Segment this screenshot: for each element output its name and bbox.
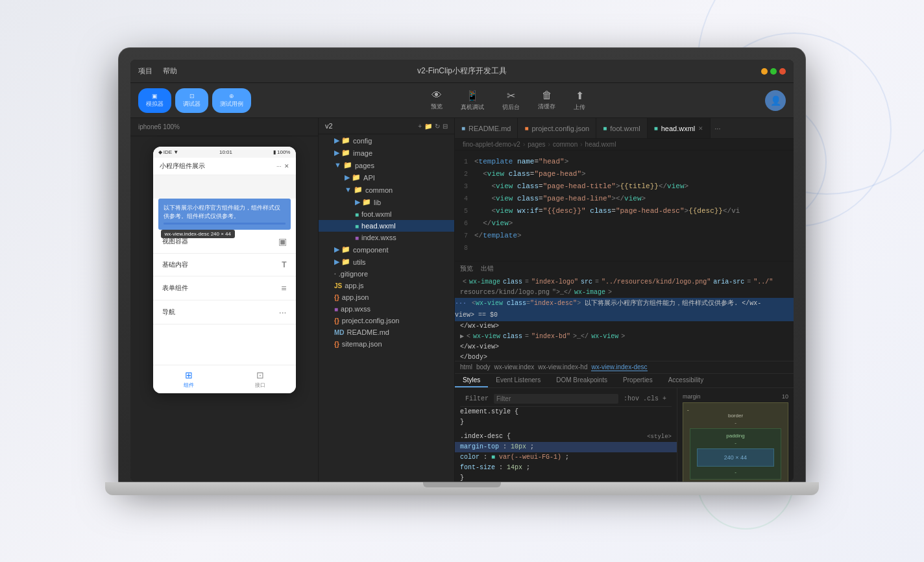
phone-close-icon[interactable]: ✕: [284, 163, 289, 169]
file-icon: ■: [334, 306, 338, 313]
file-icon: {}: [334, 341, 339, 348]
cut-tool[interactable]: ✂ 切后台: [497, 87, 525, 114]
preview-tool[interactable]: 👁 预览: [426, 87, 448, 114]
title-bar-menu: 项目 帮助: [138, 66, 177, 76]
file-icon: ·: [334, 271, 336, 278]
realtest-tool[interactable]: 📱 真机调试: [456, 87, 489, 114]
devtools-tab-error[interactable]: 出错: [481, 264, 494, 275]
interface-label: 接口: [255, 382, 265, 389]
tree-item-component[interactable]: ▶ 📁 component: [319, 243, 454, 256]
tab-headwxml[interactable]: ■ head.wxml ✕: [648, 118, 711, 139]
tree-action-new-file[interactable]: +: [418, 123, 422, 130]
close-button[interactable]: [779, 68, 786, 75]
tree-item-index-wxss[interactable]: ■ index.wxss: [319, 232, 454, 243]
menu-item-nav[interactable]: 导航 ···: [153, 300, 296, 324]
menu-item-form[interactable]: 表单组件 ≡: [153, 276, 296, 300]
tree-item-readme[interactable]: MD README.md: [319, 326, 454, 338]
tree-item-appjson[interactable]: {} app.json: [319, 291, 454, 303]
tree-item-head-wxml[interactable]: ■ head.wxml: [319, 220, 454, 232]
menu-item-basic[interactable]: 基础内容 T: [153, 254, 296, 276]
tab-close-icon[interactable]: ✕: [698, 125, 703, 132]
phone-mockup: ◆ IDE ▼ 10:01 ▮ 100% 小程序组件展示 ··· ✕: [153, 147, 296, 393]
tab-icon-wxml: ■: [603, 125, 607, 132]
tab-projectconfig[interactable]: ■ project.config.json: [518, 118, 596, 139]
dt-crumb-body[interactable]: body: [476, 363, 491, 371]
tree-label: project.config.json: [342, 317, 400, 324]
breadcrumb-sep-2: ›: [548, 141, 550, 148]
toolbar: ▣ 模拟器 ⊡ 调试器 ⊕ 测试用例: [130, 83, 794, 118]
footer-item-interface[interactable]: ⊡ 接口: [225, 365, 296, 393]
breadcrumb-item-pages[interactable]: pages: [528, 141, 545, 148]
tree-item-projectconfig[interactable]: {} project.config.json: [319, 315, 454, 326]
tab-more-button[interactable]: ···: [711, 125, 724, 132]
debug-icon: ⊡: [189, 93, 195, 99]
code-line-4: 4 <view class="page-head-line"></view>: [455, 193, 794, 205]
menu-item-help[interactable]: 帮助: [163, 66, 177, 76]
tree-item-appwxss[interactable]: ■ app.wxss: [319, 303, 454, 315]
dt-crumb-index[interactable]: wx-view.index: [494, 363, 535, 371]
devtools-tab-styles[interactable]: Styles: [455, 374, 488, 387]
devtools-tab-dom[interactable]: DOM Breakpoints: [548, 374, 615, 387]
tree-item-common[interactable]: ▼ 📁 common: [319, 184, 454, 196]
window-controls: [761, 68, 786, 75]
menu-label-form: 表单组件: [162, 284, 188, 293]
breadcrumb-item-file[interactable]: head.wxml: [585, 141, 616, 148]
ide-container: 项目 帮助 v2-FinClip小程序开发工具 ▣: [130, 60, 794, 482]
tree-action-refresh[interactable]: ↻: [435, 123, 440, 130]
tree-item-api[interactable]: ▶ 📁 API: [319, 171, 454, 184]
tree-label: app.wxss: [341, 305, 371, 313]
menu-label-nav: 导航: [162, 308, 175, 317]
upload-tool[interactable]: ⬆ 上传: [568, 87, 590, 114]
minimize-button[interactable]: [761, 68, 768, 75]
test-button[interactable]: ⊕ 测试用例: [212, 88, 251, 113]
breadcrumb-item-root[interactable]: fino-applet-demo-v2: [463, 141, 520, 148]
laptop-screen: 项目 帮助 v2-FinClip小程序开发工具 ▣: [130, 60, 794, 482]
dt-crumb-desc[interactable]: wx-view.index-desc: [591, 363, 647, 371]
devtools-tab-preview[interactable]: 预览: [460, 264, 473, 275]
phone-dots-icon[interactable]: ···: [276, 163, 282, 169]
tree-item-config[interactable]: ▶ 📁 config: [319, 134, 454, 147]
footer-item-component[interactable]: ⊞ 组件: [153, 365, 225, 393]
tree-root-label: v2: [325, 122, 333, 130]
devtools-tab-properties[interactable]: Properties: [615, 374, 661, 387]
test-icon: ⊕: [229, 93, 234, 99]
tree-action-collapse[interactable]: ⊟: [443, 123, 448, 130]
tree-item-pages[interactable]: ▼ 📁 pages: [319, 159, 454, 171]
simulate-button[interactable]: ▣ 模拟器: [138, 88, 171, 113]
box-border: padding - 240 × 44 -: [690, 428, 781, 480]
clear-tool[interactable]: 🗑 清缓存: [533, 87, 561, 114]
devtools-tab-events[interactable]: Event Listeners: [488, 374, 548, 387]
tab-footwxml[interactable]: ■ foot.wxml: [596, 118, 648, 139]
clear-icon: 🗑: [542, 90, 552, 101]
menu-label-view: 视图容器: [162, 237, 188, 246]
devtools-html[interactable]: 预览 出错 <wx-image class="index-logo" src="…: [455, 262, 794, 361]
file-tree: v2 + 📁 ↻ ⊟ ▶ 📁 config: [319, 118, 455, 482]
user-avatar[interactable]: 👤: [765, 90, 786, 111]
box-model-margin-label: margin 10: [683, 393, 788, 400]
tab-readme[interactable]: ■ README.md: [455, 118, 518, 139]
tree-item-image[interactable]: ▶ 📁 image: [319, 147, 454, 159]
tree-action-new-folder[interactable]: 📁: [424, 123, 432, 130]
code-editor[interactable]: 1 <template name="head"> 2 <view class="…: [455, 151, 794, 261]
file-icon: MD: [334, 329, 345, 336]
file-tree-header: v2 + 📁 ↻ ⊟: [319, 118, 454, 134]
tree-item-lib[interactable]: ▶ 📁 lib: [319, 196, 454, 208]
tree-item-sitemap[interactable]: {} sitemap.json: [319, 338, 454, 350]
element-tooltip: wx-view.index-desc 240 × 44: [161, 230, 236, 238]
dt-crumb-html[interactable]: html: [460, 363, 472, 371]
styles-filter-input[interactable]: [494, 394, 618, 404]
tree-item-gitignore[interactable]: · .gitignore: [319, 268, 454, 280]
file-icon: {}: [334, 294, 339, 301]
file-icon: JS: [334, 282, 342, 289]
breadcrumb-item-common[interactable]: common: [553, 141, 578, 148]
tree-item-utils[interactable]: ▶ 📁 utils: [319, 256, 454, 268]
maximize-button[interactable]: [770, 68, 777, 75]
tree-item-foot-wxml[interactable]: ■ foot.wxml: [319, 208, 454, 220]
devtools-tab-accessibility[interactable]: Accessibility: [661, 374, 711, 387]
menu-item-project[interactable]: 项目: [138, 66, 152, 76]
tree-item-appjs[interactable]: JS app.js: [319, 280, 454, 291]
dt-crumb-hd[interactable]: wx-view.index-hd: [538, 363, 587, 371]
debug-button[interactable]: ⊡ 调试器: [175, 88, 208, 113]
filter-label: Filter: [465, 394, 489, 404]
device-label: iphone6 100%: [138, 123, 180, 130]
